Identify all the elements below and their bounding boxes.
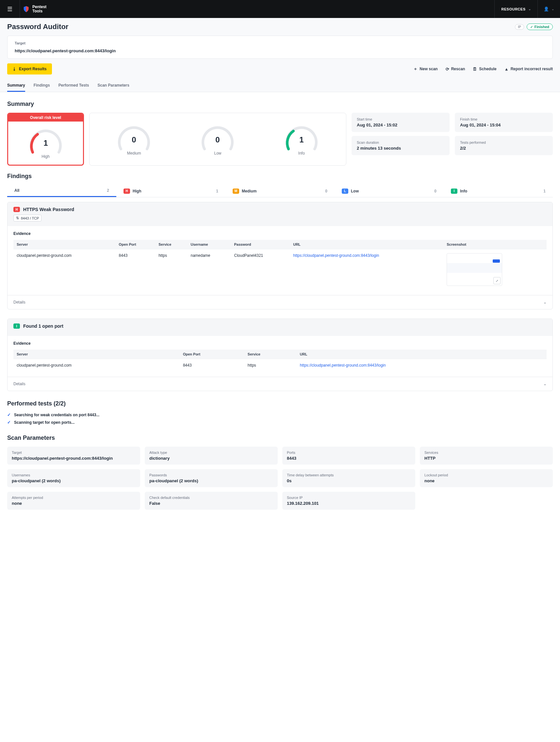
param-value: pa-cloudpanel (2 words): [12, 478, 136, 483]
check-icon: ✓: [7, 412, 11, 417]
evidence-url-link[interactable]: https://cloudpanel.pentest-ground.com:84…: [293, 253, 379, 258]
network-icon: ⇅: [16, 216, 19, 220]
brand[interactable]: PentestTools: [19, 0, 494, 18]
param-label: Services: [424, 450, 548, 455]
param-value: pa-cloudpanel (2 words): [149, 478, 273, 483]
meta-finish-time: Finish time Aug 01, 2024 - 15:04: [455, 113, 553, 132]
ip-badge: IP: [515, 24, 524, 30]
calendar-icon: 🗓: [473, 67, 477, 71]
param-value: False: [149, 501, 273, 506]
shield-icon: [22, 6, 30, 13]
param-label: Attempts per period: [12, 496, 136, 499]
severity-low-icon: L: [342, 189, 348, 194]
resources-menu[interactable]: RESOURCES⌄: [494, 0, 538, 18]
severity-high-icon: H: [123, 189, 130, 194]
gauge-info: 1 Info: [282, 123, 321, 156]
user-icon: 👤: [544, 6, 549, 11]
svg-text:0: 0: [132, 135, 136, 144]
param-label: Attack type: [149, 450, 273, 455]
param-label: Lockout period: [424, 473, 548, 477]
chevron-down-icon: ⌄: [543, 382, 547, 386]
page-header: Password Auditor IP Finished Target http…: [0, 18, 560, 92]
scan-parameters-heading: Scan Parameters: [7, 434, 553, 441]
expand-icon[interactable]: ⤢: [493, 277, 501, 284]
tab-performed-tests[interactable]: Performed Tests: [58, 80, 89, 92]
param-box: Check default credentialsFalse: [145, 492, 278, 510]
tab-scan-parameters[interactable]: Scan Parameters: [98, 80, 130, 92]
download-icon: ⭳: [12, 67, 16, 71]
filter-medium[interactable]: MMedium0: [225, 185, 335, 197]
evidence-url-link[interactable]: https://cloudpanel.pentest-ground.com:84…: [300, 363, 386, 368]
tab-findings[interactable]: Findings: [34, 80, 50, 92]
details-toggle[interactable]: Details⌄: [7, 377, 553, 391]
evidence-table: Server Open Port Service URL cloudpanel.…: [13, 350, 547, 371]
filter-low[interactable]: LLow0: [335, 185, 444, 197]
rescan-button[interactable]: ⟳Rescan: [446, 67, 465, 71]
test-item: ✓Scanning target for open ports...: [7, 420, 553, 425]
screenshot-thumb[interactable]: ⤢: [447, 253, 502, 286]
tab-summary[interactable]: Summary: [7, 80, 25, 92]
topbar: ☰ PentestTools RESOURCES⌄ 👤⌄: [0, 0, 560, 18]
param-value: none: [424, 478, 548, 483]
param-box: Source IP139.162.209.101: [282, 492, 415, 510]
meta-start-time: Start time Aug 01, 2024 - 15:02: [352, 113, 450, 132]
export-button[interactable]: ⭳ Export Results: [7, 63, 52, 74]
refresh-icon: ⟳: [446, 67, 449, 71]
filter-info[interactable]: IInfo1: [444, 185, 553, 197]
svg-text:0: 0: [216, 135, 220, 144]
risk-banner: Overall risk level: [8, 114, 83, 121]
finding-card: I Found 1 open port Evidence Server Open…: [7, 319, 553, 391]
menu-icon[interactable]: ☰: [0, 6, 19, 13]
param-value: HTTP: [424, 456, 548, 461]
findings-filter: All2 HHigh1 MMedium0 LLow0 IInfo1: [7, 185, 553, 197]
param-label: Ports: [287, 450, 411, 455]
param-box: Passwordspa-cloudpanel (2 words): [145, 469, 278, 487]
param-value: 139.162.209.101: [287, 501, 411, 506]
finding-title: HTTPS Weak Password: [23, 207, 74, 212]
param-value: dictionary: [149, 456, 273, 461]
port-chip: ⇅8443 / TCP: [13, 215, 42, 221]
chevron-down-icon: ⌄: [552, 7, 554, 11]
param-box: Attack typedictionary: [145, 446, 278, 465]
filter-high[interactable]: HHigh1: [116, 185, 225, 197]
brand-text: PentestTools: [32, 5, 46, 13]
performed-tests-heading: Performed tests (2/2): [7, 400, 553, 407]
evidence-label: Evidence: [13, 341, 547, 346]
param-box: Lockout periodnone: [420, 469, 553, 487]
params-grid: Targethttps://cloudpanel.pentest-ground.…: [7, 446, 553, 510]
param-label: Usernames: [12, 473, 136, 477]
param-box: Usernamespa-cloudpanel (2 words): [7, 469, 140, 487]
table-row: cloudpanel.pentest-ground.com 8443 https…: [13, 249, 547, 290]
new-scan-button[interactable]: ＋New scan: [413, 66, 438, 72]
param-box: Targethttps://cloudpanel.pentest-ground.…: [7, 446, 140, 465]
target-card: Target https://cloudpanel.pentest-ground…: [7, 36, 553, 59]
target-value: https://cloudpanel.pentest-ground.com:84…: [15, 48, 545, 53]
param-label: Passwords: [149, 473, 273, 477]
evidence-label: Evidence: [13, 231, 547, 236]
overall-risk-card: Overall risk level 1 High: [7, 113, 84, 166]
gauges-card: 0 Medium 0 Low 1 Info: [89, 113, 346, 166]
meta-tests-performed: Tests performed 2/2: [455, 136, 553, 155]
report-button[interactable]: ▲Report incorrect result: [504, 67, 553, 71]
warning-icon: ▲: [504, 67, 509, 71]
user-menu[interactable]: 👤⌄: [538, 0, 560, 18]
param-value: 0s: [287, 478, 411, 483]
finding-card: H HTTPS Weak Password ⇅8443 / TCP Eviden…: [7, 202, 553, 309]
chevron-down-icon: ⌄: [528, 7, 531, 11]
severity-info-icon: I: [451, 189, 457, 194]
param-value: https://cloudpanel.pentest-ground.com:84…: [12, 456, 136, 461]
evidence-table: Server Open Port Service Username Passwo…: [13, 240, 547, 290]
filter-all[interactable]: All2: [7, 185, 116, 197]
schedule-button[interactable]: 🗓Schedule: [473, 67, 496, 71]
param-box: Time delay between attempts0s: [282, 469, 415, 487]
gauge-high: 1 High: [8, 121, 83, 165]
severity-info-icon: I: [13, 323, 20, 329]
param-label: Source IP: [287, 496, 411, 499]
param-label: Time delay between attempts: [287, 473, 411, 477]
chevron-down-icon: ⌄: [543, 300, 547, 305]
details-toggle[interactable]: Details⌄: [7, 295, 553, 309]
gauge-medium: 0 Medium: [114, 123, 154, 156]
target-label: Target: [15, 41, 545, 45]
param-label: Target: [12, 450, 136, 455]
param-box: Ports8443: [282, 446, 415, 465]
